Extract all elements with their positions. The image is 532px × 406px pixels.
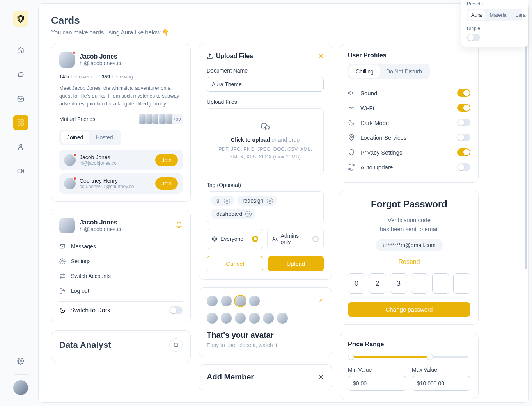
toggle-autoupdate[interactable] (457, 163, 470, 171)
avatar-option[interactable] (249, 313, 260, 324)
nav-home[interactable] (13, 42, 28, 58)
friend-avatar (64, 154, 76, 166)
nav-video[interactable] (13, 163, 28, 179)
resend-link[interactable]: Resend (348, 258, 470, 265)
change-password-button[interactable]: Change password (348, 302, 470, 317)
svg-rect-1 (21, 120, 23, 122)
avatar-option[interactable] (207, 313, 218, 324)
upload-card: Upload Files ✕ Document Name Upload File… (199, 44, 332, 280)
min-value-label: Min Value (348, 367, 406, 373)
add-member-title: Add Member (207, 372, 254, 381)
max-value-label: Max Value (412, 367, 470, 373)
add-member-card: Add Member ✕ (199, 364, 332, 390)
avatar-option[interactable] (277, 313, 288, 324)
preset-lara[interactable]: Lara (512, 10, 529, 20)
toggle-sound[interactable] (457, 89, 470, 97)
svg-point-11 (351, 136, 353, 138)
cancel-button[interactable]: Cancel (207, 256, 263, 271)
bookmark-button[interactable] (169, 338, 183, 352)
avatar-option[interactable] (263, 313, 274, 324)
join-button[interactable]: Join (155, 177, 178, 190)
min-value-input[interactable] (348, 376, 406, 391)
preset-material[interactable]: Material (486, 10, 511, 20)
bell-icon[interactable] (176, 221, 183, 230)
avatar-option[interactable] (207, 296, 218, 306)
followers-count: 14.k (59, 74, 69, 80)
doc-name-input[interactable] (207, 77, 324, 92)
toggle-privacy[interactable] (457, 148, 470, 156)
tags-input[interactable]: ui✕ redesign✕ dashboard✕ (207, 191, 324, 223)
slider-thumb-max[interactable] (427, 354, 433, 360)
slider-thumb-min[interactable] (348, 354, 354, 360)
menu-switch-accounts[interactable]: Switch Accounts (59, 269, 183, 283)
nav-apps[interactable] (13, 115, 28, 130)
max-value-input[interactable] (412, 376, 470, 391)
avatar-expand-icon[interactable] (317, 297, 324, 305)
theme-settings-panel: Presets Aura Material Lara Ripple (461, 0, 528, 47)
remove-tag-icon[interactable]: ✕ (267, 198, 273, 204)
scrollbar[interactable] (525, 43, 527, 269)
data-analyst-card: Data Analyst (51, 330, 191, 362)
remove-tag-icon[interactable]: ✕ (245, 211, 252, 217)
friend-email: cou.henry41@courtney.co (80, 184, 151, 189)
menu-messages[interactable]: Messages (59, 239, 183, 254)
mutual-more[interactable]: +99 (172, 114, 183, 124)
toggle-darkmode[interactable] (457, 119, 470, 126)
upload-icon (207, 53, 213, 59)
remove-tag-icon[interactable]: ✕ (224, 198, 230, 204)
otp-digit[interactable] (390, 273, 407, 294)
otp-digit[interactable] (411, 273, 428, 294)
profile-segment: Joined Hosted (59, 130, 121, 145)
toggle-wifi[interactable] (457, 104, 470, 112)
otp-digit[interactable] (348, 273, 365, 294)
upload-dropzone[interactable]: Click to upload or and drop PDF, JPG, PN… (207, 108, 324, 175)
avatar-option[interactable] (221, 296, 232, 306)
profile-card: Jacob Jones hi@jacobjones.co 14.k Follow… (51, 44, 191, 202)
segment-joined[interactable]: Joined (61, 131, 89, 144)
data-analyst-title: Data Analyst (59, 340, 111, 350)
visibility-admins[interactable]: Admins only (267, 229, 324, 249)
svg-point-10 (273, 237, 275, 239)
menu-logout[interactable]: Log out (59, 283, 183, 298)
toggle-location[interactable] (457, 134, 470, 141)
sidebar-avatar[interactable] (13, 380, 28, 395)
setting-location: Location Services (348, 130, 470, 145)
otp-digit[interactable] (453, 273, 470, 294)
otp-digit[interactable] (369, 273, 386, 294)
setting-sound: Sound (348, 85, 470, 100)
join-button[interactable]: Join (155, 154, 178, 166)
avatar-option[interactable] (221, 313, 232, 324)
avatar-title: That's your avatar (207, 331, 324, 340)
forgot-title: Forgot Password (348, 199, 470, 210)
nav-profile[interactable] (13, 139, 28, 155)
menu-settings[interactable]: Settings (59, 254, 183, 269)
avatar-option-selected[interactable] (235, 296, 246, 306)
segment-dnd[interactable]: Do Not Disturb (380, 65, 428, 78)
visibility-everyone[interactable]: Everyone (207, 229, 263, 249)
segment-hosted[interactable]: Hosted (89, 131, 119, 144)
user-profiles-title: User Profiles (348, 52, 470, 59)
upload-close-icon[interactable]: ✕ (318, 52, 324, 61)
upload-button[interactable]: Upload (268, 256, 324, 271)
nav-settings[interactable] (13, 353, 28, 369)
segment-chilling[interactable]: Chilling (349, 65, 380, 78)
price-slider[interactable] (350, 356, 468, 358)
dark-mode-toggle[interactable] (169, 306, 183, 314)
price-range-card: Price Range Min Value Max Value (340, 333, 479, 399)
upload-formats: PDF, JPG, PNG, JPEG, DOC, CSV, XML, XMLX… (215, 145, 316, 160)
ripple-toggle[interactable] (467, 34, 480, 41)
profile-bio: Meet Jacob Jones, the whimsical adventur… (59, 84, 183, 108)
add-member-close-icon[interactable]: ✕ (318, 373, 324, 381)
user-profiles-card: User Profiles Chilling Do Not Disturb So… (340, 44, 479, 183)
nav-inbox[interactable] (13, 91, 28, 106)
svg-rect-5 (18, 169, 22, 173)
tag-chip: redesign✕ (237, 196, 277, 206)
nav-chat[interactable] (13, 66, 28, 82)
otp-digit[interactable] (432, 273, 449, 294)
avatar-option[interactable] (249, 296, 260, 306)
avatar-option[interactable] (235, 313, 246, 324)
page-title: Cards (51, 14, 516, 27)
preset-aura[interactable]: Aura (468, 10, 485, 20)
tag-chip: dashboard✕ (211, 209, 255, 219)
mutual-avatars: +99 (140, 114, 183, 124)
